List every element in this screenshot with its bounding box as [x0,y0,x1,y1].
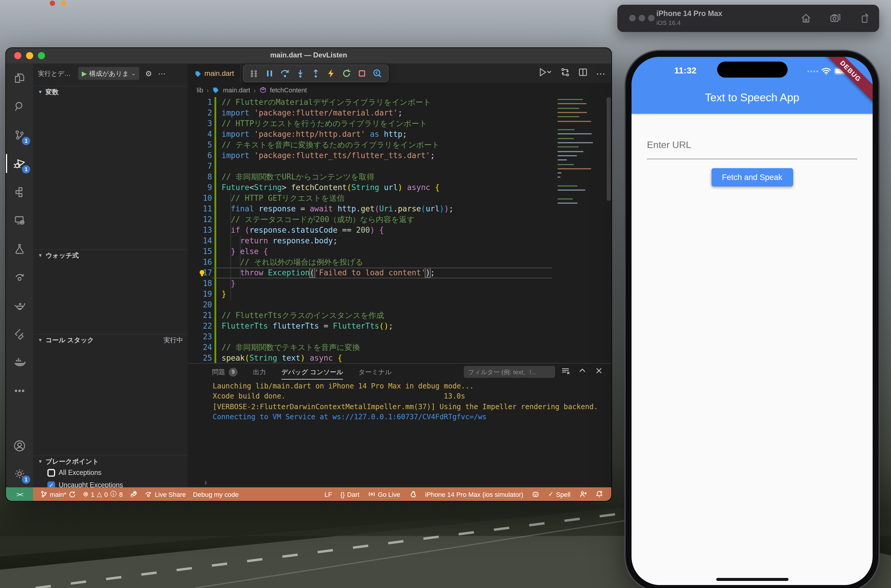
code-line[interactable]: 13 if (response.statusCode == 200) { [188,225,612,236]
drag-handle-icon[interactable]: ●●●●●● [247,66,261,81]
explorer-icon[interactable] [6,66,33,90]
line-number[interactable]: 20 [188,300,212,310]
git-branch-item[interactable]: main* [40,490,76,498]
line-number[interactable]: 12 [188,214,212,225]
code-line[interactable]: 19} [188,289,612,300]
section-breakpoints[interactable]: ▼ ブレークポイント [33,455,188,467]
section-call-stack[interactable]: ▼ コール スタック 実行中 [33,334,188,346]
code-editor[interactable]: 1// FlutterのMaterialデザインライブラリをインポート2impo… [188,97,612,363]
line-number[interactable]: 14 [188,236,212,246]
code-line[interactable]: 23 [188,332,612,342]
code-line[interactable]: 14 return response.body; [188,236,612,246]
robot-icon[interactable] [532,490,540,498]
code-line[interactable]: 16 // それ以外の場合は例外を投げる [188,257,612,268]
panel-tab-問題[interactable]: 問題9 [212,364,237,380]
breadcrumb[interactable]: lib › main.dart › fetchContent [188,83,612,97]
code-line[interactable]: 5// テキストを音声に変換するためのライブラリをインポート [188,140,612,150]
code-line[interactable]: 8// 非同期関数でURLからコンテンツを取得 [188,172,612,182]
run-file-button[interactable] [538,68,552,80]
code-line[interactable]: 18 } [188,278,612,289]
step-over-button[interactable] [278,66,292,81]
debug-config-dropdown[interactable]: ▶ 構成がありま ⌄ [78,67,139,80]
line-number[interactable]: 11 [188,204,212,214]
line-number[interactable]: 5 [188,140,212,150]
line-number[interactable]: 6 [188,150,212,161]
switch-console-icon[interactable] [560,68,570,80]
editor-scrollbar[interactable] [607,97,611,201]
line-number[interactable]: 18 [188,278,212,289]
split-editor-icon[interactable] [578,68,587,80]
simulator-window-dot[interactable] [629,15,636,21]
source-control-icon[interactable]: 1 [6,123,33,147]
checkbox-unchecked[interactable] [47,469,55,476]
editor-more-icon[interactable]: ⋯ [596,68,606,79]
code-line[interactable]: 1// FlutterのMaterialデザインライブラリをインポート [188,97,612,108]
more-extensions-icon[interactable] [6,379,33,403]
code-line[interactable]: 10 // HTTP GETリクエストを送信 [188,193,612,204]
close-panel-icon[interactable] [595,366,603,377]
url-input-underline[interactable] [647,159,857,159]
line-number[interactable]: 23 [188,332,212,342]
panel-tab-ターミナル[interactable]: ターミナル [358,364,392,380]
code-line[interactable]: 4import 'package:http/http.dart' as http… [188,129,612,140]
line-number[interactable]: 21 [188,310,212,321]
line-number[interactable]: 3 [188,118,212,129]
home-button-icon[interactable] [800,12,811,26]
line-number[interactable]: 22 [188,321,212,332]
go-live-item[interactable]: Go Live [368,490,400,498]
line-number[interactable]: 19 [188,289,212,300]
console-filter-input[interactable]: フィルター (例: text、!... [464,366,555,378]
screenshot-camera-icon[interactable] [829,12,841,26]
code-line[interactable]: 11 final response = await http.get(Uri.p… [188,204,612,214]
launch-icon[interactable] [130,490,137,498]
search-icon[interactable] [6,95,33,118]
clear-console-icon[interactable] [561,366,570,378]
code-line[interactable]: 2import 'package:flutter/material.dart'; [188,108,612,118]
extensions-icon[interactable] [6,180,33,204]
code-line[interactable]: 20 [188,300,612,310]
section-variables[interactable]: ▼ 変数 [33,86,188,98]
remote-explorer-icon[interactable] [6,208,33,232]
live-share-icon[interactable] [6,265,33,289]
flutter-icon[interactable] [6,322,33,346]
start-debug-icon[interactable]: ▶ [82,70,87,77]
line-number[interactable]: 24 [188,342,212,353]
line-number[interactable]: 13 [188,225,212,236]
section-watch[interactable]: ▼ ウォッチ式 [33,249,188,261]
debug-task-item[interactable]: Debug my code [193,490,239,498]
line-number[interactable]: 16 [188,257,212,268]
simulator-window-dot[interactable] [639,15,645,21]
code-line[interactable]: 21// FlutterTtsクラスのインスタンスを作成 [188,310,612,321]
line-number[interactable]: 8 [188,172,212,182]
line-number[interactable]: 25 [188,353,212,363]
console-prompt[interactable]: › [204,478,207,487]
line-number[interactable]: 4 [188,129,212,140]
stop-button[interactable] [355,66,369,81]
testing-icon[interactable] [6,237,33,261]
line-number[interactable]: 7 [188,161,212,172]
code-line[interactable]: 24// 非同期関数でテキストを音声に変換 [188,342,612,353]
code-line[interactable]: 12 // ステータスコードが200（成功）なら内容を返す [188,214,612,225]
language-item[interactable]: {}Dart [340,490,359,498]
panel-tab-出力[interactable]: 出力 [253,364,266,380]
code-line[interactable]: 22FlutterTts flutterTts = FlutterTts(); [188,321,612,332]
settings-gear-icon[interactable]: 1 [6,462,33,486]
step-out-button[interactable] [309,66,323,81]
spell-item[interactable]: ✓Spell [548,490,571,498]
hot-reload-button[interactable] [324,66,338,81]
panel-tab-デバッグ コンソール[interactable]: デバッグ コンソール [281,364,343,380]
live-share-item[interactable]: Live Share [144,490,186,498]
line-number[interactable]: 1 [188,97,212,108]
eol-item[interactable]: LF [325,490,332,498]
widget-inspector-button[interactable] [370,66,385,81]
debug-settings-gear-icon[interactable]: ⚙ [145,69,152,78]
problems-item[interactable]: ⊗1 △0 ⓘ8 [83,490,123,499]
genie-lamp-icon[interactable] [6,294,33,317]
fetch-and-speak-button[interactable]: Fetch and Speak [711,168,793,186]
line-number[interactable]: 9 [188,182,212,193]
line-number[interactable]: 10 [188,193,212,204]
account-icon[interactable] [6,434,33,458]
line-number[interactable]: 15 [188,246,212,257]
pause-button[interactable] [263,66,276,81]
code-line[interactable]: 7 [188,161,612,172]
